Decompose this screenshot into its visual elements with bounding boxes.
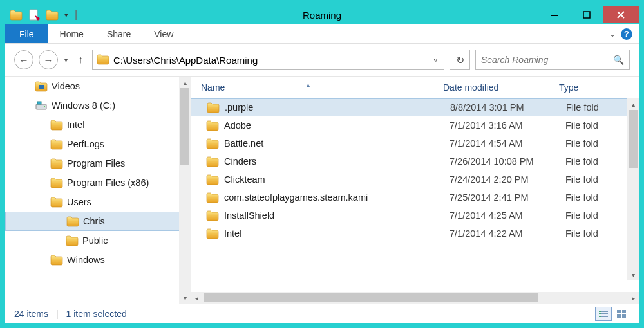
folder-icon [66,215,79,227]
qat-properties-icon[interactable] [27,8,41,22]
search-box[interactable]: 🔍 [475,50,630,70]
tab-file[interactable]: File [5,24,48,43]
tree-item-label: Program Files (x86) [67,178,149,188]
tree-item[interactable]: Windows 8 (C:) [5,96,191,115]
column-type[interactable]: Type [559,82,639,93]
file-date: 7/1/2014 4:25 AM [450,210,565,221]
forward-button[interactable]: → [39,50,58,69]
tree-item[interactable]: Users [5,192,191,212]
qat-folder-icon[interactable] [9,8,23,22]
maximize-button[interactable] [571,6,603,23]
svg-rect-17 [622,314,626,318]
file-row[interactable]: Clickteam7/24/2014 2:20 PMFile fold [191,170,639,188]
address-bar[interactable]: v [92,50,444,70]
tree-item[interactable]: Intel [5,115,191,134]
column-date[interactable]: Date modified [443,82,559,93]
folder-icon [50,119,63,131]
scroll-right-icon[interactable]: ▸ [627,292,639,304]
folder-icon [50,196,63,208]
ribbon-expand-icon[interactable]: ⌄ [609,30,616,39]
file-row[interactable]: Battle.net7/1/2014 4:54 AMFile fold [191,134,639,152]
file-date: 8/8/2014 3:01 PM [450,102,566,113]
address-input[interactable] [113,55,428,66]
nav-tree[interactable]: VideosWindows 8 (C:)IntelPerfLogsProgram… [5,77,191,304]
file-row[interactable]: Cinders7/26/2014 10:08 PMFile fold [191,152,639,170]
svg-rect-8 [599,311,601,312]
svg-rect-4 [39,85,44,89]
status-bar: 24 items | 1 item selected [5,304,639,323]
minimize-button[interactable] [538,6,571,23]
folder-icon [206,210,219,221]
back-button[interactable]: ← [14,50,33,69]
up-button[interactable]: ↑ [78,54,83,66]
tree-item[interactable]: Chris [5,212,191,231]
file-date: 7/1/2014 3:16 AM [450,120,565,131]
file-row[interactable]: .purple8/8/2014 3:01 PMFile fold [191,98,639,116]
column-headers[interactable]: Name▴ Date modified Type [191,77,639,98]
file-row[interactable]: com.stateofplaygames.steam.kami7/25/2014… [191,188,639,206]
tab-view[interactable]: View [142,24,185,43]
qat-dropdown-icon[interactable]: ▾ [64,11,68,19]
tab-share[interactable]: Share [95,24,142,43]
tab-home[interactable]: Home [48,24,95,43]
tree-item[interactable]: Windows [5,250,191,269]
column-name[interactable]: Name▴ [191,82,443,93]
folder-icon [206,228,219,239]
file-row[interactable]: InstallShield7/1/2014 4:25 AMFile fold [191,206,639,224]
folder-icon [206,156,219,167]
tree-item-label: PerfLogs [67,139,104,149]
search-input[interactable] [481,55,609,65]
tree-item[interactable]: Videos [5,77,191,96]
tree-item[interactable]: PerfLogs [5,134,191,154]
folder-icon [66,235,79,246]
scroll-down-icon[interactable]: ▾ [179,292,191,304]
scroll-down-icon[interactable]: ▾ [627,269,639,280]
view-details-button[interactable] [595,307,612,321]
view-thumbnails-button[interactable] [613,307,630,321]
file-date: 7/24/2014 2:20 PM [450,174,565,185]
file-row[interactable]: Adobe7/1/2014 3:16 AMFile fold [191,116,639,134]
file-date: 7/1/2014 4:54 AM [450,138,565,149]
tree-item-label: Users [67,197,91,207]
help-icon[interactable]: ? [621,28,632,40]
tree-item-label: Windows 8 (C:) [52,100,115,111]
folder-icon [206,138,219,149]
address-dropdown-icon[interactable]: v [431,56,440,64]
svg-point-7 [44,106,45,107]
scroll-up-icon[interactable]: ▴ [179,77,191,88]
list-vscrollbar[interactable]: ▴ ▾ [627,98,639,280]
svg-rect-0 [30,10,37,20]
file-name: Cinders [224,156,450,167]
history-dropdown-icon[interactable]: ▾ [64,57,68,64]
address-folder-icon [97,53,109,66]
svg-rect-10 [599,313,601,314]
folder-icon [206,120,219,131]
status-item-count: 24 items [14,309,48,319]
scroll-up-icon[interactable]: ▴ [627,98,639,110]
tree-item[interactable]: Program Files (x86) [5,173,191,192]
file-row[interactable]: Intel7/1/2014 4:22 AMFile fold [191,224,639,242]
qat-newfolder-icon[interactable] [45,8,59,22]
tree-item-label: Program Files [67,158,125,169]
tree-item[interactable]: Program Files [5,154,191,173]
scroll-thumb[interactable] [629,110,638,168]
close-button[interactable] [603,6,639,23]
tree-scrollbar[interactable]: ▴ ▾ [179,77,191,304]
tree-item[interactable]: Public [5,231,191,250]
file-name: Adobe [224,120,450,131]
list-hscrollbar[interactable]: ◂ ▸ [191,292,639,304]
svg-rect-9 [601,311,608,312]
folder-icon [206,174,219,185]
scroll-thumb[interactable] [180,88,189,165]
svg-rect-13 [601,316,608,317]
folder-icon [50,254,63,266]
scroll-thumb[interactable] [204,293,538,302]
tree-item-label: Intel [67,120,84,130]
refresh-button[interactable]: ↻ [450,50,470,70]
file-name: .purple [225,102,450,113]
file-name: com.stateofplaygames.steam.kami [224,192,450,203]
search-icon[interactable]: 🔍 [613,55,624,65]
folder-icon [207,102,220,113]
folder-icon [50,138,63,150]
scroll-left-icon[interactable]: ◂ [191,292,202,304]
